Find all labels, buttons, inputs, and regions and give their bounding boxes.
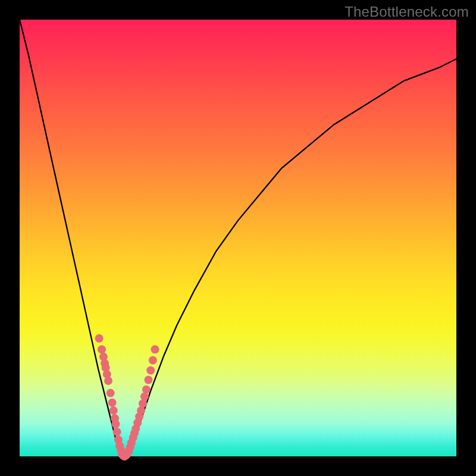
dot: [137, 406, 145, 415]
dot: [108, 399, 117, 407]
dot: [139, 399, 147, 408]
dot: [146, 366, 155, 374]
dot: [140, 392, 149, 400]
outer-frame: TheBottleneck.com: [0, 0, 476, 476]
dot: [123, 450, 131, 458]
dot: [109, 406, 118, 415]
dot: [112, 420, 120, 428]
sample-dots: [95, 334, 159, 461]
dot: [107, 389, 115, 397]
watermark-text: TheBottleneck.com: [345, 4, 469, 20]
chart-svg: [20, 20, 456, 456]
bottleneck-curve: [20, 20, 456, 456]
dot: [104, 377, 112, 385]
plot-area: [20, 20, 456, 456]
dot: [145, 376, 153, 384]
dot: [149, 356, 157, 365]
dot: [142, 386, 151, 394]
dot: [98, 345, 106, 353]
dot: [95, 334, 104, 343]
dot: [113, 428, 121, 436]
dot: [151, 345, 159, 353]
